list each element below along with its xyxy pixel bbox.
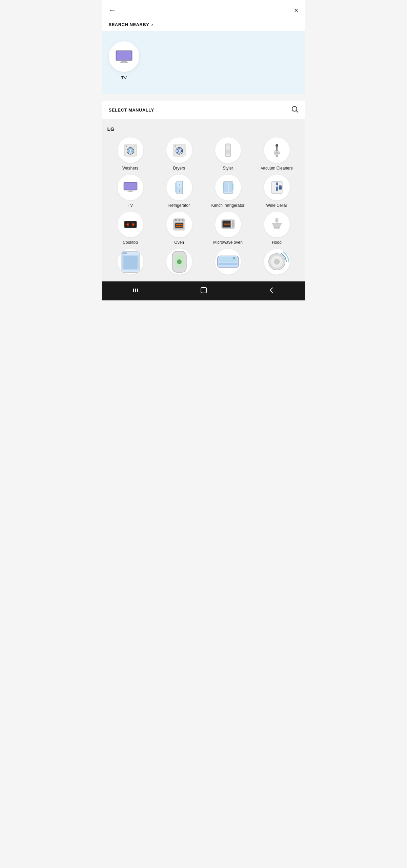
svg-rect-45 <box>276 182 277 182</box>
svg-rect-67 <box>223 221 230 227</box>
svg-point-87 <box>232 257 235 259</box>
svg-rect-80 <box>122 252 127 254</box>
grid-item-washers[interactable]: Washers <box>107 137 154 171</box>
partial-item-3[interactable] <box>205 249 251 275</box>
dryer-icon <box>172 143 187 158</box>
grid-item-hood[interactable]: Hood <box>254 212 300 245</box>
refrigerator-circle <box>166 175 192 200</box>
svg-rect-68 <box>224 223 230 223</box>
grid-item-oven[interactable]: Oven <box>156 212 202 245</box>
svg-rect-91 <box>133 289 134 292</box>
grid-item-dryers[interactable]: Dryers <box>156 137 202 171</box>
svg-rect-40 <box>232 183 233 190</box>
vacuum-icon <box>269 143 284 158</box>
svg-rect-86 <box>219 263 237 265</box>
svg-point-22 <box>276 152 278 154</box>
svg-point-9 <box>129 150 131 152</box>
hood-circle <box>264 212 290 237</box>
partial-circle-1 <box>118 249 143 275</box>
svg-point-55 <box>133 224 134 225</box>
home-icon <box>200 286 208 294</box>
lg-device-grid-section: LG Washers <box>102 119 305 281</box>
bottom-navigation <box>102 281 305 300</box>
svg-rect-20 <box>226 150 230 154</box>
svg-rect-38 <box>229 182 232 192</box>
search-icon-button[interactable] <box>291 105 299 115</box>
svg-point-24 <box>276 144 278 147</box>
grid-item-microwave[interactable]: Microwave oven <box>205 212 251 245</box>
svg-point-58 <box>175 219 177 221</box>
svg-point-83 <box>177 259 182 264</box>
svg-rect-47 <box>279 186 281 189</box>
select-manually-label: SELECT MANUALLY <box>109 107 154 113</box>
search-nearby-section[interactable]: SEARCH NEARBY › <box>102 18 305 31</box>
svg-rect-27 <box>128 191 133 192</box>
nav-home-button[interactable] <box>200 286 208 294</box>
svg-point-16 <box>175 145 176 147</box>
wine-icon <box>269 180 284 195</box>
dryers-label: Dryers <box>173 166 185 171</box>
svg-rect-71 <box>232 221 233 222</box>
refrigerator-label: Refrigerator <box>168 203 190 209</box>
tv-circle-grid <box>118 175 143 200</box>
svg-rect-63 <box>176 224 183 225</box>
svg-point-10 <box>126 145 127 147</box>
cooktop-circle <box>118 212 143 237</box>
back-button[interactable]: ← <box>109 6 116 15</box>
svg-rect-72 <box>232 223 233 224</box>
grid-item-kimchi[interactable]: Kimchi refrigerator <box>205 175 251 209</box>
kimchi-circle <box>215 175 241 200</box>
svg-rect-1 <box>117 51 131 60</box>
svg-rect-39 <box>223 183 224 190</box>
wine-circle <box>264 175 290 200</box>
svg-point-11 <box>134 146 135 147</box>
nav-back-button[interactable] <box>267 286 276 294</box>
grid-item-tv[interactable]: TV <box>107 175 154 209</box>
oven-label: Oven <box>174 240 184 245</box>
partial-circle-2 <box>166 249 192 275</box>
tv-icon <box>115 48 133 65</box>
kimchi-label: Kimchi refrigerator <box>211 203 244 209</box>
nearby-tv-label: TV <box>121 75 127 80</box>
partial-circle-4 <box>264 249 290 275</box>
microwave-icon <box>221 217 236 232</box>
grid-item-refrigerator[interactable]: Refrigerator <box>156 175 202 209</box>
grid-item-styler[interactable]: Styler <box>205 137 251 171</box>
grid-item-vacuum[interactable]: Vacuum Cleaners <box>254 137 300 171</box>
refrigerator-icon <box>172 180 187 195</box>
robot-icon <box>264 249 290 275</box>
washers-label: Washers <box>122 166 138 171</box>
svg-rect-76 <box>276 228 278 228</box>
hood-icon <box>269 217 284 232</box>
dishwasher-icon <box>118 249 143 275</box>
partial-item-1[interactable] <box>107 249 154 275</box>
svg-rect-3 <box>120 62 128 63</box>
grid-item-cooktop[interactable]: Cooktop <box>107 212 154 245</box>
grid-item-wine[interactable]: Wine Cellar <box>254 175 300 209</box>
tv-icon-grid <box>123 180 138 195</box>
back-icon <box>267 286 276 294</box>
nav-menu-button[interactable] <box>132 286 140 294</box>
svg-rect-28 <box>127 192 134 192</box>
brand-label: LG <box>107 126 300 132</box>
partial-device-row <box>107 249 300 278</box>
partial-item-4[interactable] <box>254 249 300 275</box>
svg-rect-64 <box>176 226 183 227</box>
partial-item-2[interactable] <box>156 249 202 275</box>
svg-rect-34 <box>175 183 177 192</box>
svg-rect-62 <box>175 223 183 228</box>
cooktop-icon <box>123 217 138 232</box>
cooktop-label: Cooktop <box>123 240 138 245</box>
close-button[interactable]: × <box>294 6 299 15</box>
nearby-device-tv[interactable]: TV <box>109 41 139 80</box>
search-nearby-label: SEARCH NEARBY <box>109 22 149 27</box>
search-icon <box>291 105 299 113</box>
partial-circle-3 <box>215 249 241 275</box>
menu-icon <box>132 286 140 294</box>
airconditioner-icon <box>215 249 241 275</box>
svg-rect-94 <box>201 288 206 293</box>
svg-rect-37 <box>224 182 228 192</box>
tv-label: TV <box>128 203 133 209</box>
styler-icon <box>221 143 236 158</box>
svg-rect-92 <box>135 289 136 292</box>
